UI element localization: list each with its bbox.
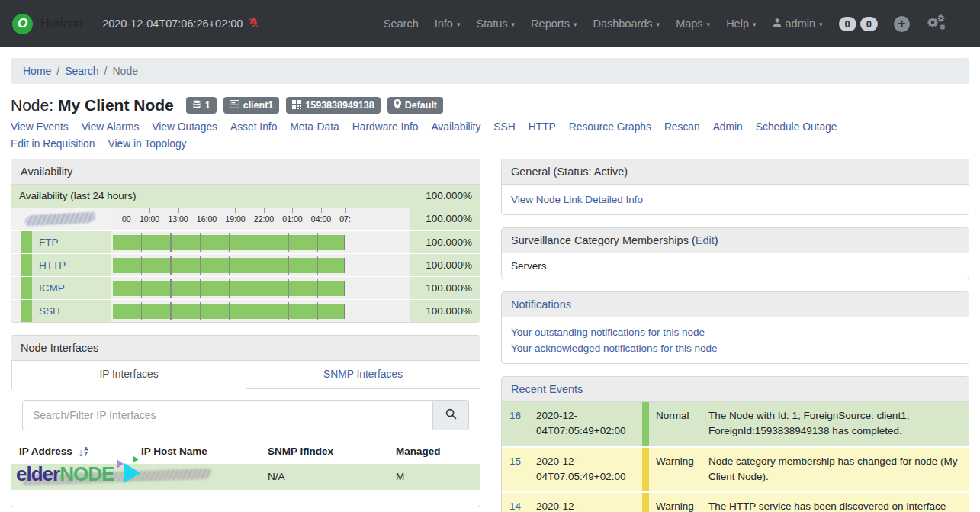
chevron-down-icon: ▾: [457, 19, 461, 28]
chevron-down-icon: ▾: [819, 19, 823, 28]
timeline-tick: 13:00: [168, 214, 188, 224]
breadcrumb-separator: /: [56, 65, 59, 77]
link-view-in-topology[interactable]: View in Topology: [108, 138, 186, 150]
user-icon: [773, 18, 782, 30]
nav-status[interactable]: Status▾: [476, 18, 515, 30]
horizon-brand[interactable]: O Horizon: [12, 14, 82, 34]
column-header-managed[interactable]: Managed: [388, 441, 480, 464]
foreign-source-badge: client1: [223, 97, 280, 114]
chevron-down-icon: ▾: [512, 19, 516, 28]
service-link-http[interactable]: HTTP: [32, 259, 66, 271]
service-row-icmp: ICMP 100.000%: [11, 276, 480, 299]
event-time: 2020-12-04T07:05:49+02:00: [536, 408, 635, 440]
link-resource-graphs[interactable]: Resource Graphs: [569, 121, 651, 133]
page-title: My Client Node: [58, 96, 174, 114]
search-icon: [445, 408, 457, 423]
availability-panel: Availability Availability (last 24 hours…: [11, 159, 480, 323]
availability-overall-row: Availability (last 24 hours) 100.000%: [11, 185, 480, 208]
chevron-down-icon: ▾: [657, 19, 660, 28]
event-id-link[interactable]: 16: [509, 408, 529, 440]
watermark-text-node: NODE: [59, 462, 114, 485]
nav-reports[interactable]: Reports▾: [531, 18, 577, 30]
notices-off-icon[interactable]: [248, 17, 259, 31]
search-input[interactable]: [22, 400, 433, 430]
nav-maps[interactable]: Maps▾: [676, 18, 710, 30]
breadcrumb: Home/Search/Node: [11, 58, 969, 84]
node-link-detailed-info-link[interactable]: View Node Link Detailed Info: [511, 192, 959, 208]
service-link-ftp[interactable]: FTP: [32, 237, 59, 248]
event-id-link[interactable]: 15: [509, 454, 529, 485]
outage-count-badge[interactable]: 0: [860, 17, 878, 31]
breadcrumb-separator: /: [104, 65, 108, 77]
right-column: General (Status: Active) View Node Link …: [501, 159, 969, 512]
link-view-events[interactable]: View Events: [11, 121, 69, 133]
left-column: Availability Availability (last 24 hours…: [11, 159, 480, 512]
tab-ip-interfaces[interactable]: IP Interfaces: [11, 361, 246, 389]
foreign-id-badge: 1593838949138: [286, 97, 380, 114]
outstanding-notifications-link[interactable]: Your outstanding notifications for this …: [511, 324, 959, 340]
event-id-link[interactable]: 14: [509, 499, 529, 512]
availability-interface-value: 100.000%: [410, 208, 480, 230]
link-asset-info[interactable]: Asset Info: [230, 121, 277, 133]
notifications-panel: Notifications Your outstanding notificat…: [501, 291, 969, 364]
edit-categories-link[interactable]: Edit: [696, 234, 715, 246]
timeline-tick: 00: [122, 214, 131, 224]
severity-color-bar: [642, 448, 649, 492]
content-columns: Availability Availability (last 24 hours…: [11, 159, 969, 512]
notification-badges: 0 0: [839, 17, 878, 31]
notification-count-badge[interactable]: 0: [839, 17, 856, 31]
service-value-ftp: 100.000%: [410, 231, 480, 253]
navbar-timestamp: 2020-12-04T07:06:26+02:00: [102, 17, 259, 31]
link-edit-in-requisition[interactable]: Edit in Requisition: [11, 138, 95, 150]
nav-help[interactable]: Help▾: [726, 18, 756, 30]
link-schedule-outage[interactable]: Schedule Outage: [756, 121, 837, 133]
event-severity: Warning: [656, 499, 702, 512]
watermark: elderNODE: [19, 468, 252, 486]
column-header-ip-address[interactable]: IP Address↓AZ: [11, 441, 133, 464]
service-row-http: HTTP 100.000%: [11, 253, 480, 276]
quick-add-icon[interactable]: +: [894, 16, 910, 32]
service-status-indicator: [21, 231, 32, 253]
table-row[interactable]: elderNODE N/A M: [11, 464, 480, 490]
column-header-snmp-ifindex[interactable]: SNMP ifIndex: [260, 441, 388, 464]
link-meta-data[interactable]: Meta-Data: [290, 121, 339, 133]
gears-admin-icon[interactable]: [926, 14, 946, 34]
search-button[interactable]: [433, 400, 469, 430]
timeline-tick: 10:00: [140, 214, 159, 224]
general-header: General (Status: Active): [502, 159, 969, 185]
surveillance-header: Surveillance Category Memberships (Edit): [502, 228, 969, 253]
link-admin[interactable]: Admin: [713, 121, 743, 133]
service-link-ssh[interactable]: SSH: [32, 305, 60, 317]
sort-asc-icon[interactable]: ↓AZ: [79, 446, 88, 458]
link-view-alarms[interactable]: View Alarms: [82, 121, 140, 133]
link-hardware-info[interactable]: Hardware Info: [352, 121, 419, 133]
chevron-down-icon: ▾: [707, 19, 711, 28]
redacted-ip-address: [11, 208, 111, 230]
column-header-ip-host-name[interactable]: IP Host Name: [133, 441, 260, 464]
surveillance-panel: Surveillance Category Memberships (Edit)…: [501, 227, 969, 279]
breadcrumb-home[interactable]: Home: [23, 65, 51, 77]
redaction-scribble: [24, 211, 97, 226]
link-rescan[interactable]: Rescan: [664, 121, 700, 133]
service-link-icmp[interactable]: ICMP: [32, 282, 65, 294]
tab-snmp-interfaces[interactable]: SNMP Interfaces: [246, 361, 480, 389]
nav-user-admin[interactable]: admin ▾: [773, 18, 823, 30]
link-view-outages[interactable]: View Outages: [152, 121, 217, 133]
service-status-indicator: [21, 300, 32, 322]
node-action-links: View Events View Alarms View Outages Ass…: [11, 121, 911, 150]
recent-events-panel: Recent Events 16 2020-12-04T07:05:49+02:…: [501, 376, 969, 512]
nav-search[interactable]: Search: [384, 18, 419, 30]
link-ssh[interactable]: SSH: [493, 121, 515, 133]
acknowledged-notifications-link[interactable]: Your acknowledged notifications for this…: [511, 340, 959, 356]
event-severity: Normal: [656, 408, 702, 440]
link-availability[interactable]: Availability: [431, 121, 480, 133]
link-http[interactable]: HTTP: [529, 121, 556, 133]
nav-info[interactable]: Info▾: [435, 18, 461, 30]
breadcrumb-search[interactable]: Search: [65, 65, 98, 77]
nav-dashboards[interactable]: Dashboards▾: [593, 18, 660, 30]
timeline-tick: 07:: [339, 214, 351, 224]
chevron-down-icon: ▾: [574, 19, 577, 28]
managed-cell: M: [388, 464, 480, 490]
navbar-menu: Search Info▾ Status▾ Reports▾ Dashboards…: [384, 14, 946, 34]
timeline-tick: 19:00: [225, 214, 245, 224]
